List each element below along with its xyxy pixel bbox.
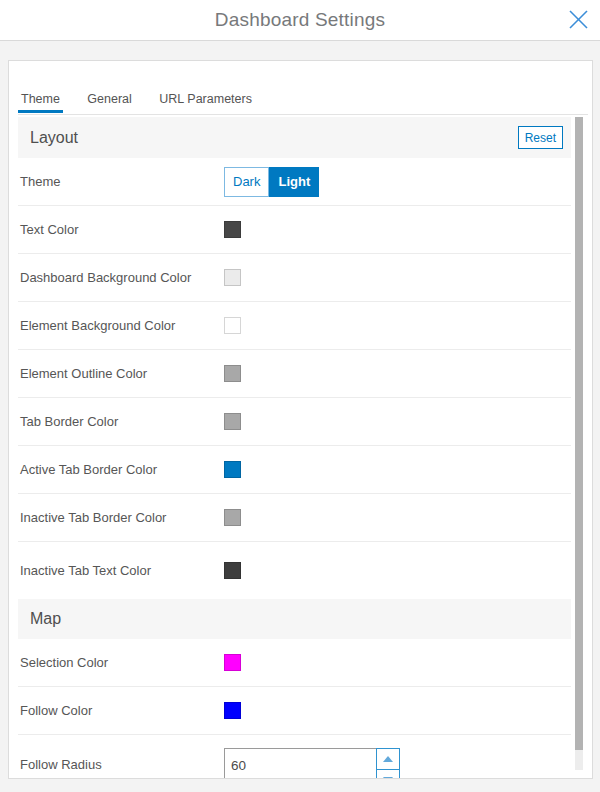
arrow-down-icon (383, 777, 393, 779)
color-swatch-text-color[interactable] (224, 221, 241, 238)
close-button[interactable] (564, 5, 592, 33)
color-swatch-dashboard-background[interactable] (224, 269, 241, 286)
setting-row-dashboard-background-color: Dashboard Background Color (18, 254, 571, 302)
setting-row-inactive-tab-text-color: Inactive Tab Text Color (18, 542, 571, 599)
setting-label: Active Tab Border Color (20, 462, 224, 477)
tab-theme[interactable]: Theme (18, 88, 63, 113)
setting-label: Dashboard Background Color (20, 270, 224, 285)
setting-row-active-tab-border-color: Active Tab Border Color (18, 446, 571, 494)
setting-label: Element Outline Color (20, 366, 224, 381)
setting-label: Follow Radius (20, 748, 224, 772)
section-title: Layout (30, 129, 78, 147)
setting-row-tab-border-color: Tab Border Color (18, 398, 571, 446)
color-swatch-inactive-tab-border[interactable] (224, 509, 241, 526)
setting-row-follow-color: Follow Color (18, 687, 571, 735)
setting-label: Inactive Tab Text Color (20, 563, 224, 578)
section-header-layout: Layout Reset (18, 117, 571, 158)
color-swatch-element-outline[interactable] (224, 365, 241, 382)
spinner-up-button[interactable] (376, 748, 400, 770)
color-swatch-follow[interactable] (224, 702, 241, 719)
follow-radius-control (224, 748, 400, 779)
setting-row-inactive-tab-border-color: Inactive Tab Border Color (18, 494, 571, 542)
theme-light-button[interactable]: Light (269, 167, 319, 197)
setting-label: Selection Color (20, 655, 224, 670)
setting-row-theme: Theme Dark Light (18, 158, 571, 206)
setting-label: Tab Border Color (20, 414, 224, 429)
setting-label: Theme (20, 174, 224, 189)
vertical-scrollbar (575, 117, 583, 772)
settings-content: Layout Reset Theme Dark Light Text Color… (18, 117, 571, 779)
setting-row-text-color: Text Color (18, 206, 571, 254)
color-swatch-tab-border[interactable] (224, 413, 241, 430)
section-title: Map (30, 610, 61, 628)
tab-url-parameters[interactable]: URL Parameters (156, 88, 255, 113)
close-icon (568, 9, 589, 30)
setting-row-element-outline-color: Element Outline Color (18, 350, 571, 398)
scrollbar-thumb[interactable] (575, 117, 583, 750)
setting-label: Follow Color (20, 703, 224, 718)
setting-row-element-background-color: Element Background Color (18, 302, 571, 350)
color-swatch-active-tab-border[interactable] (224, 461, 241, 478)
reset-button[interactable]: Reset (518, 126, 563, 149)
tab-general[interactable]: General (84, 88, 134, 113)
setting-row-selection-color: Selection Color (18, 639, 571, 687)
follow-radius-spinner (376, 748, 400, 779)
follow-radius-input[interactable] (224, 748, 377, 779)
setting-row-follow-radius: Follow Radius (18, 735, 571, 779)
setting-label: Element Background Color (20, 318, 224, 333)
theme-toggle: Dark Light (224, 167, 319, 197)
dialog-title: Dashboard Settings (215, 9, 385, 31)
arrow-up-icon (383, 756, 393, 762)
color-swatch-element-background[interactable] (224, 317, 241, 334)
settings-panel: Theme General URL Parameters Layout Rese… (8, 60, 593, 779)
scrollbar-track[interactable] (575, 750, 583, 770)
setting-label: Text Color (20, 222, 224, 237)
setting-label: Inactive Tab Border Color (20, 510, 224, 525)
color-swatch-inactive-tab-text[interactable] (224, 562, 241, 579)
tab-bar: Theme General URL Parameters (18, 88, 588, 115)
color-swatch-selection[interactable] (224, 654, 241, 671)
theme-dark-button[interactable]: Dark (224, 167, 269, 197)
section-header-map: Map (18, 599, 571, 639)
spinner-down-button[interactable] (376, 769, 400, 779)
dialog-header: Dashboard Settings (0, 0, 600, 41)
